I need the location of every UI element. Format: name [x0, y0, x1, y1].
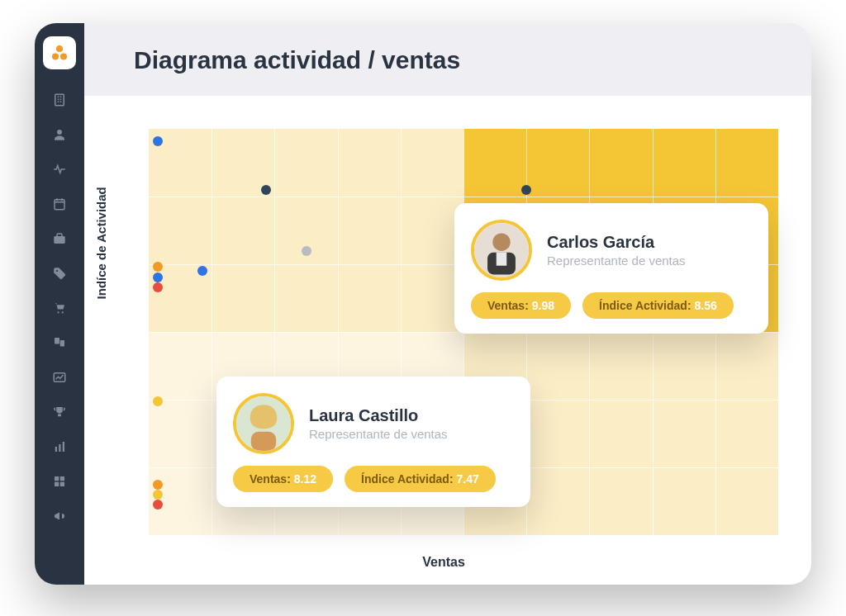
tag-icon[interactable] [50, 264, 69, 282]
x-axis-label: Ventas [422, 555, 465, 570]
megaphone-icon[interactable] [50, 507, 69, 525]
metric-value: 7.47 [457, 472, 479, 486]
bar-chart-icon[interactable] [50, 438, 69, 456]
svg-point-21 [492, 233, 510, 250]
data-point[interactable] [153, 272, 163, 282]
cart-icon[interactable] [50, 299, 69, 317]
chart-line-icon[interactable] [50, 368, 69, 386]
svg-point-2 [60, 54, 67, 60]
svg-rect-18 [55, 482, 59, 486]
svg-point-1 [52, 54, 59, 60]
svg-point-8 [57, 311, 59, 313]
svg-point-0 [56, 45, 63, 52]
svg-rect-10 [55, 338, 59, 344]
metric-pill: Ventas: 9.98 [471, 292, 571, 319]
metric-value: 9.98 [532, 299, 554, 312]
data-point[interactable] [197, 266, 207, 276]
data-point[interactable] [153, 490, 163, 500]
matrix-icon[interactable] [50, 472, 69, 490]
data-point[interactable] [153, 480, 163, 490]
user-icon[interactable] [50, 126, 69, 144]
svg-rect-15 [63, 442, 64, 452]
trophy-icon[interactable] [50, 403, 69, 421]
svg-rect-26 [251, 432, 276, 451]
pulse-icon[interactable] [50, 160, 69, 178]
svg-rect-14 [59, 444, 60, 452]
product-icon[interactable] [50, 334, 69, 352]
person-card[interactable]: Carlos García Representante de ventas Ve… [454, 203, 768, 334]
data-point[interactable] [302, 246, 311, 256]
data-point[interactable] [153, 262, 163, 272]
svg-point-7 [56, 270, 58, 272]
data-point[interactable] [521, 185, 531, 195]
chart-area: Indíce de Actividad Ventas [84, 96, 811, 585]
svg-rect-23 [497, 253, 506, 266]
metric-pill: Índice Actividad: 8.56 [582, 292, 734, 319]
svg-rect-11 [60, 340, 64, 347]
app-frame: Diagrama actividad / ventas Indíce de Ac… [35, 23, 811, 585]
page-header: Diagrama actividad / ventas [84, 23, 811, 96]
data-point[interactable] [153, 282, 163, 292]
app-logo[interactable] [43, 36, 76, 69]
metric-label: Índice Actividad: [599, 299, 692, 312]
main-content: Diagrama actividad / ventas Indíce de Ac… [84, 23, 811, 585]
person-role: Representante de ventas [309, 427, 448, 441]
metric-label: Índice Actividad: [361, 472, 454, 486]
metric-label: Ventas: [250, 472, 291, 486]
svg-point-4 [57, 130, 62, 135]
svg-rect-5 [55, 200, 64, 210]
building-icon[interactable] [50, 91, 69, 109]
avatar [471, 220, 532, 281]
svg-rect-6 [54, 236, 65, 244]
svg-point-9 [62, 311, 64, 313]
page-title: Diagrama actividad / ventas [134, 46, 778, 74]
person-role: Representante de ventas [547, 254, 686, 268]
data-point[interactable] [153, 136, 163, 146]
svg-rect-16 [55, 476, 59, 481]
svg-rect-3 [55, 94, 64, 106]
sidebar [35, 23, 84, 585]
metric-pill: Índice Actividad: 7.47 [345, 466, 496, 492]
data-point[interactable] [153, 500, 163, 509]
data-point[interactable] [261, 185, 271, 195]
metric-pill: Ventas: 8.12 [233, 466, 333, 492]
svg-rect-13 [55, 447, 57, 452]
svg-rect-19 [60, 482, 64, 486]
avatar [233, 393, 294, 454]
y-axis-label: Indíce de Actividad [94, 187, 108, 299]
person-card[interactable]: Laura Castillo Representante de ventas V… [216, 377, 530, 507]
data-point[interactable] [153, 396, 163, 406]
calendar-icon[interactable] [50, 195, 69, 213]
quadrant-top-left [149, 129, 463, 332]
metric-value: 8.12 [294, 472, 316, 486]
logo-icon [50, 44, 69, 62]
person-name: Laura Castillo [309, 406, 448, 425]
person-name: Carlos García [547, 233, 686, 252]
metric-label: Ventas: [487, 299, 529, 312]
briefcase-icon[interactable] [50, 230, 69, 248]
metric-value: 8.56 [695, 299, 717, 312]
svg-rect-17 [60, 476, 64, 481]
